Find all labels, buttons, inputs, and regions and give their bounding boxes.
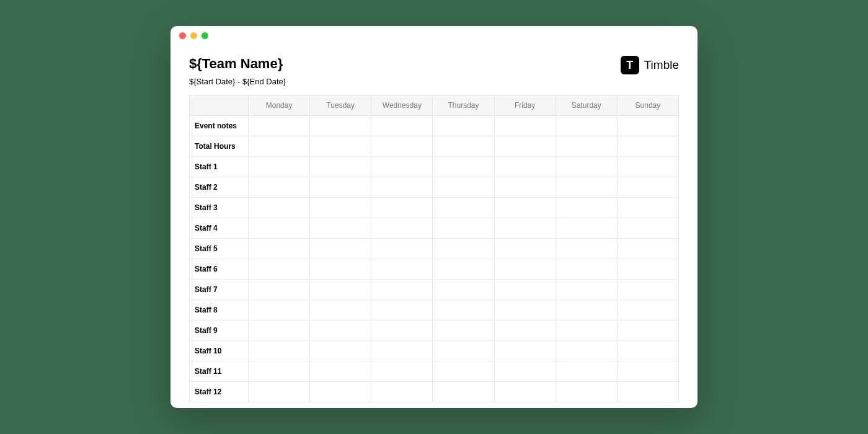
schedule-cell[interactable] [310,280,371,300]
schedule-cell[interactable] [556,239,617,259]
schedule-cell[interactable] [371,321,433,341]
schedule-cell[interactable] [433,239,494,259]
schedule-cell[interactable] [371,177,433,198]
schedule-cell[interactable] [249,259,310,280]
window-close-button[interactable] [179,32,186,39]
schedule-cell[interactable] [617,198,678,218]
schedule-cell[interactable] [310,382,371,402]
schedule-cell[interactable] [249,198,310,218]
schedule-cell[interactable] [556,116,617,136]
schedule-cell[interactable] [494,136,556,157]
schedule-cell[interactable] [556,177,617,198]
window-maximize-button[interactable] [202,32,208,39]
schedule-cell[interactable] [433,280,494,300]
schedule-cell[interactable] [371,361,433,382]
schedule-cell[interactable] [494,259,556,280]
schedule-cell[interactable] [617,177,678,198]
schedule-cell[interactable] [556,136,617,157]
schedule-cell[interactable] [556,341,617,361]
schedule-cell[interactable] [617,321,678,341]
schedule-cell[interactable] [371,239,433,259]
schedule-cell[interactable] [617,157,678,177]
schedule-cell[interactable] [249,136,310,157]
schedule-cell[interactable] [249,239,310,259]
schedule-cell[interactable] [433,341,494,361]
schedule-cell[interactable] [617,116,678,136]
schedule-cell[interactable] [371,259,433,280]
schedule-cell[interactable] [371,300,433,321]
schedule-cell[interactable] [249,321,310,341]
schedule-cell[interactable] [310,136,371,157]
schedule-cell[interactable] [433,300,494,321]
schedule-cell[interactable] [371,198,433,218]
schedule-cell[interactable] [433,177,494,198]
schedule-cell[interactable] [556,321,617,341]
schedule-cell[interactable] [494,280,556,300]
schedule-cell[interactable] [371,136,433,157]
schedule-cell[interactable] [617,239,678,259]
schedule-cell[interactable] [556,382,617,402]
schedule-cell[interactable] [249,361,310,382]
schedule-cell[interactable] [556,157,617,177]
schedule-cell[interactable] [433,361,494,382]
schedule-cell[interactable] [371,341,433,361]
schedule-cell[interactable] [371,116,433,136]
schedule-cell[interactable] [494,239,556,259]
schedule-cell[interactable] [433,136,494,157]
schedule-cell[interactable] [494,157,556,177]
schedule-cell[interactable] [617,136,678,157]
schedule-cell[interactable] [433,157,494,177]
schedule-cell[interactable] [617,361,678,382]
window-minimize-button[interactable] [190,32,197,39]
schedule-cell[interactable] [494,361,556,382]
schedule-cell[interactable] [249,341,310,361]
schedule-cell[interactable] [556,280,617,300]
schedule-cell[interactable] [433,218,494,239]
schedule-cell[interactable] [494,382,556,402]
schedule-cell[interactable] [617,259,678,280]
schedule-cell[interactable] [617,280,678,300]
schedule-cell[interactable] [310,361,371,382]
schedule-cell[interactable] [433,198,494,218]
schedule-cell[interactable] [617,382,678,402]
schedule-cell[interactable] [556,218,617,239]
schedule-cell[interactable] [310,300,371,321]
schedule-cell[interactable] [371,280,433,300]
schedule-cell[interactable] [371,157,433,177]
schedule-cell[interactable] [249,300,310,321]
schedule-cell[interactable] [433,116,494,136]
schedule-cell[interactable] [249,218,310,239]
schedule-cell[interactable] [310,218,371,239]
schedule-cell[interactable] [494,341,556,361]
schedule-cell[interactable] [310,116,371,136]
schedule-cell[interactable] [310,177,371,198]
schedule-cell[interactable] [617,300,678,321]
schedule-cell[interactable] [617,341,678,361]
schedule-cell[interactable] [310,259,371,280]
schedule-cell[interactable] [556,198,617,218]
schedule-cell[interactable] [494,218,556,239]
schedule-cell[interactable] [310,198,371,218]
schedule-cell[interactable] [310,239,371,259]
schedule-cell[interactable] [249,157,310,177]
schedule-cell[interactable] [249,280,310,300]
schedule-cell[interactable] [556,361,617,382]
schedule-cell[interactable] [494,300,556,321]
schedule-cell[interactable] [310,321,371,341]
schedule-cell[interactable] [371,218,433,239]
schedule-cell[interactable] [494,321,556,341]
schedule-cell[interactable] [494,116,556,136]
schedule-cell[interactable] [371,382,433,402]
schedule-cell[interactable] [310,157,371,177]
schedule-cell[interactable] [556,300,617,321]
schedule-cell[interactable] [310,341,371,361]
schedule-cell[interactable] [433,259,494,280]
schedule-cell[interactable] [433,382,494,402]
schedule-cell[interactable] [249,382,310,402]
schedule-cell[interactable] [249,116,310,136]
schedule-cell[interactable] [249,177,310,198]
schedule-cell[interactable] [494,177,556,198]
schedule-cell[interactable] [556,259,617,280]
schedule-cell[interactable] [433,321,494,341]
schedule-cell[interactable] [494,198,556,218]
